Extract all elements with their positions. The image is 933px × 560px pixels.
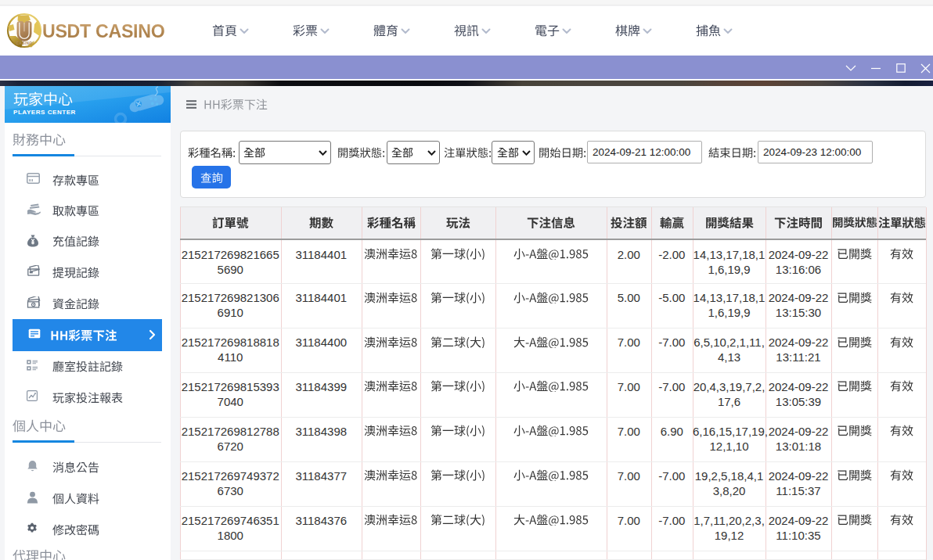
- svg-text:CASINO: CASINO: [16, 41, 32, 45]
